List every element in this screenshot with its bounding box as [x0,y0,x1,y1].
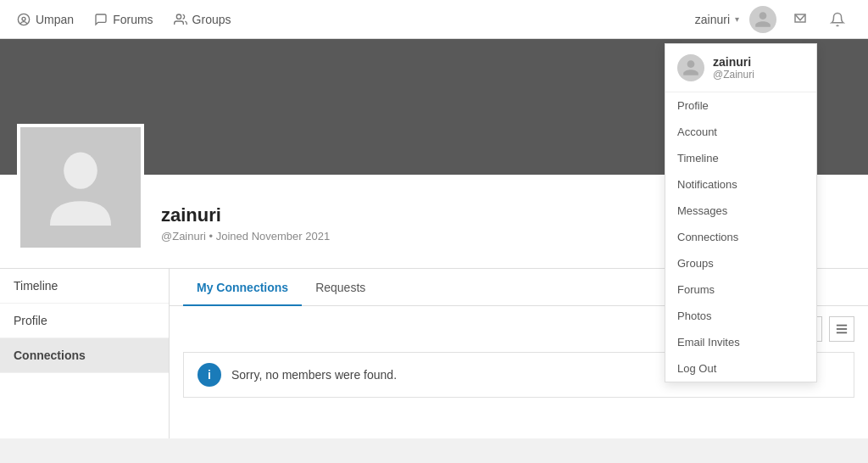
dropdown-messages[interactable]: Messages [665,198,816,224]
dropdown-profile[interactable]: Profile [665,92,816,119]
dropdown-photos[interactable]: Photos [665,303,816,329]
info-icon: i [198,363,221,387]
dropdown-handle: @Zainuri [713,69,754,81]
nav-right: zainuri ▾ [695,6,851,33]
chevron-down-icon: ▾ [735,14,739,24]
nav-avatar[interactable] [749,6,776,33]
tab-my-connections[interactable]: My Connections [183,269,302,306]
dropdown-avatar [677,54,704,81]
nav-username: zainuri [695,13,730,26]
svg-rect-8 [837,328,847,330]
dropdown-timeline[interactable]: Timeline [665,145,816,171]
svg-point-0 [18,14,29,25]
svg-point-2 [64,153,97,189]
user-circle-icon [17,13,31,26]
top-navigation: Umpan Forums Groups zainuri ▾ [0,0,868,39]
messages-icon-btn[interactable] [787,6,814,33]
dropdown-user-info: zainuri @Zainuri [713,55,754,81]
notifications-icon-btn[interactable] [824,6,851,33]
nav-groups[interactable]: Groups [174,13,231,26]
list-view-button[interactable] [829,316,854,342]
nav-forums[interactable]: Forums [94,13,153,26]
profile-avatar [17,124,144,251]
dropdown-header: zainuri @Zainuri [665,44,816,92]
dropdown-email-invites[interactable]: Email Invites [665,329,816,355]
nav-umpan-label: Umpan [36,13,74,26]
user-dropdown: zainuri @Zainuri Profile Account Timelin… [665,43,817,382]
sidebar-item-connections[interactable]: Connections [0,338,169,373]
nav-forums-label: Forums [113,13,153,26]
svg-rect-9 [837,332,847,334]
dropdown-username: zainuri [713,55,754,69]
profile-info: zainuri @Zainuri • Joined November 2021 [161,204,330,251]
dropdown-account[interactable]: Account [665,119,816,145]
dropdown-groups[interactable]: Groups [665,250,816,276]
nav-umpan[interactable]: Umpan [17,13,74,26]
profile-avatar-wrap [17,124,144,251]
dropdown-forums[interactable]: Forums [665,276,816,303]
dropdown-logout[interactable]: Log Out [665,355,816,382]
comment-icon [94,13,108,26]
user-menu-trigger[interactable]: zainuri ▾ [695,13,739,26]
notice-text: Sorry, no members were found. [231,368,397,382]
users-icon [174,13,187,26]
profile-meta: @Zainuri • Joined November 2021 [161,230,330,243]
profile-name: zainuri [161,204,330,226]
sidebar: Timeline Profile Connections [0,269,170,438]
svg-point-1 [176,14,181,19]
svg-rect-7 [837,325,847,326]
nav-left: Umpan Forums Groups [17,13,231,26]
dropdown-notifications[interactable]: Notifications [665,171,816,198]
sidebar-item-timeline[interactable]: Timeline [0,269,169,304]
sidebar-item-profile[interactable]: Profile [0,304,169,338]
nav-groups-label: Groups [192,13,231,26]
tab-requests[interactable]: Requests [302,269,379,306]
dropdown-connections[interactable]: Connections [665,224,816,250]
